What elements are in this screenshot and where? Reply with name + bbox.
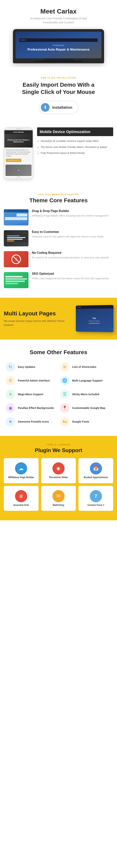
hero-title: Meet Carlax — [6, 8, 111, 15]
screen-main-content: Professional Professional Auto Repair & … — [27, 44, 89, 52]
stickymenu-label: Sticky Menu Included — [72, 393, 99, 396]
feature-item-stickymenu: ☰ Sticky Menu Included — [60, 390, 112, 399]
feature-title-2: Easy to Customize — [32, 230, 104, 234]
laptop-mockup: Professional Professional Auto Repair & … — [13, 29, 104, 63]
megamenu-label: Mega Menu Support — [18, 393, 43, 396]
easy-updates-icon: ↻ — [6, 362, 15, 372]
essential-icon: ⊞ — [15, 490, 27, 502]
mobile-heading: Mobile Device Optimozation — [37, 127, 113, 136]
phone-screen: AUTO REPAIR Professional Auto Repair & M… — [4, 130, 33, 176]
multilang-label: Multi Language Support — [72, 379, 103, 382]
feature-img-1 — [4, 209, 29, 225]
feature-title-1: Drag & Drop Page Builder — [32, 209, 109, 213]
plugin-mailchimp: ✉ MailChimp — [41, 486, 76, 511]
check-icon-2: ✓ — [37, 146, 39, 149]
feature-item-easy-updates: ↻ Easy Updates — [6, 362, 57, 372]
feature-item-megamenu: ≡ Mega Menu Support — [6, 390, 57, 399]
wpbakery-icon: ☁ — [15, 462, 27, 474]
install-icon: ⬇ — [41, 103, 49, 112]
icons-label: Awesome Fontello Icons — [18, 420, 49, 423]
essential-name: Essential Grid — [13, 504, 29, 507]
plugin-wpbakery: ☁ WPBakery Page Builder — [4, 458, 39, 483]
revolution-icon: ◉ — [52, 462, 65, 474]
wpbakery-name: WPBakery Page Builder — [8, 476, 34, 479]
multi-heading: Multi Layout Pages — [4, 310, 71, 317]
one-click-tag: ONE CLICK INSTALLATION — [6, 76, 111, 79]
cf7-icon: 7 — [90, 490, 102, 502]
feature-item-shortcodes: ⊞ Lots of Shortcodes — [60, 362, 112, 372]
googlemap-label: Customizable Google Map — [72, 406, 106, 409]
feature-title-3: No Coding Required — [32, 251, 109, 254]
mobile-feature-2: ✓ The theme uses Mobile Friendly sliders… — [37, 145, 113, 149]
multilang-icon: 🌐 — [60, 376, 70, 385]
revolution-name: Revolution Slider — [49, 476, 68, 479]
one-click-section: ONE CLICK INSTALLATION Easily Import Dem… — [0, 67, 117, 122]
feature-row-1: Drag & Drop Page Builder WPBakery Page B… — [4, 209, 113, 225]
multi-desc: We create Several Unique Demos with Diff… — [4, 319, 71, 327]
feature-text-1: Drag & Drop Page Builder WPBakery Page B… — [32, 209, 109, 218]
plugin-grid: ☁ WPBakery Page Builder ◉ Revolution Sli… — [4, 458, 113, 511]
hero-subtitle: An Awesome User-Friendly Combination of … — [30, 17, 87, 25]
plugin-cf7: 7 Contact Form 7 — [78, 486, 113, 511]
feature-item-googlemap: 📍 Customizable Google Map — [60, 403, 112, 413]
feature-img-3: / — [4, 251, 29, 267]
hero-section: Meet Carlax An Awesome User-Friendly Com… — [0, 0, 117, 67]
screen-title: Professional Auto Repair & Maintenance — [27, 48, 89, 52]
feature-item-fonts: Aa Google Fonts — [60, 417, 112, 426]
mailchimp-icon: ✉ — [52, 490, 65, 502]
feature-row-2: Easy to Customize Awesome easy-to-use op… — [4, 230, 113, 246]
screen-nav-bar — [20, 38, 98, 42]
feature-text-4: SEO Optimized HTML code integrated into … — [32, 272, 109, 280]
admin-icon: ⚙ — [6, 376, 15, 385]
plugin-heading: Plugin We Support — [4, 447, 113, 454]
mobile-feature-1: ✓ Absolutely all scrollable sections sup… — [37, 139, 113, 143]
theme-core-section: FOR TAXI WEBSITE CREATION Theme Core Fea… — [0, 186, 117, 298]
multi-mockup: Taxi Premium Theme — [75, 305, 113, 332]
feature-img-2 — [4, 230, 29, 246]
easy-updates-label: Easy Updates — [18, 365, 35, 368]
features-grid: ↻ Easy Updates ⊞ Lots of Shortcodes ⚙ Po… — [6, 362, 111, 426]
fonts-label: Google Fonts — [72, 420, 89, 423]
one-click-heading: Easily Import Demo With a Single Click o… — [21, 81, 96, 95]
parallax-label: Parallax Effect Backgrounds — [18, 406, 54, 409]
plugin-tag: FREE & COMMING — [4, 443, 113, 446]
multi-layout-section: Multi Layout Pages We create Several Uni… — [0, 298, 117, 340]
plugin-essential: ⊞ Essential Grid — [4, 486, 39, 511]
stickymenu-icon: ☰ — [60, 390, 70, 399]
plugin-section: FREE & COMMING Plugin We Support ☁ WPBak… — [0, 436, 117, 520]
feature-desc-1: WPBakery Page Builder offers amazing too… — [32, 214, 109, 218]
feature-img-4 — [4, 272, 29, 288]
feature-item-admin: ⚙ Powerful Admin Interface — [6, 376, 57, 385]
feature-row-3: / No Coding Required No need to be a pro… — [4, 251, 113, 267]
installation-button[interactable]: ⬇ Installation — [39, 101, 78, 114]
feature-item-parallax: ▣ Parallax Effect Backgrounds — [6, 403, 57, 413]
theme-core-heading: Theme Core Features — [4, 197, 113, 204]
mobile-text: Mobile Device Optimozation ✓ Absolutely … — [37, 127, 113, 157]
feature-text-3: No Coding Required No need to be a profe… — [32, 251, 109, 259]
feature-title-4: SEO Optimized — [32, 272, 109, 275]
feature-item-icons: ★ Awesome Fontello Icons — [6, 417, 57, 426]
check-icon-3: ✓ — [37, 152, 39, 155]
plugin-booked: 📅 Booked Appointments — [78, 458, 113, 483]
googlemap-icon: 📍 — [60, 403, 70, 413]
laptop-screen-area: Professional Professional Auto Repair & … — [15, 32, 102, 58]
shortcodes-label: Lots of Shortcodes — [72, 365, 96, 368]
other-features-section: Some Other Features ↻ Easy Updates ⊞ Lot… — [0, 340, 117, 436]
parallax-icon: ▣ — [6, 403, 15, 413]
icons-icon: ★ — [6, 417, 15, 426]
fonts-icon: Aa — [60, 417, 70, 426]
plugin-revolution: ◉ Revolution Slider — [41, 458, 76, 483]
booked-icon: 📅 — [90, 462, 102, 474]
feature-text-2: Easy to Customize Awesome easy-to-use op… — [32, 230, 104, 239]
check-icon-1: ✓ — [37, 140, 39, 143]
install-label: Installation — [52, 105, 72, 110]
mobile-feature-3: ✓ Fully Responsive layout & Retina Ready — [37, 151, 113, 155]
other-features-heading: Some Other Features — [6, 349, 111, 355]
feature-desc-2: Awesome easy-to-use options will adjust … — [32, 235, 104, 239]
feature-desc-4: HTML code integrated into the theme meet… — [32, 277, 109, 280]
feature-row-4: SEO Optimized HTML code integrated into … — [4, 272, 113, 288]
shortcodes-icon: ⊞ — [60, 362, 70, 372]
feature-desc-3: No need to be a professional web develop… — [32, 256, 109, 259]
theme-core-tag: FOR TAXI WEBSITE CREATION — [4, 193, 113, 196]
phone-mockup: AUTO REPAIR Professional Auto Repair & M… — [4, 127, 33, 180]
